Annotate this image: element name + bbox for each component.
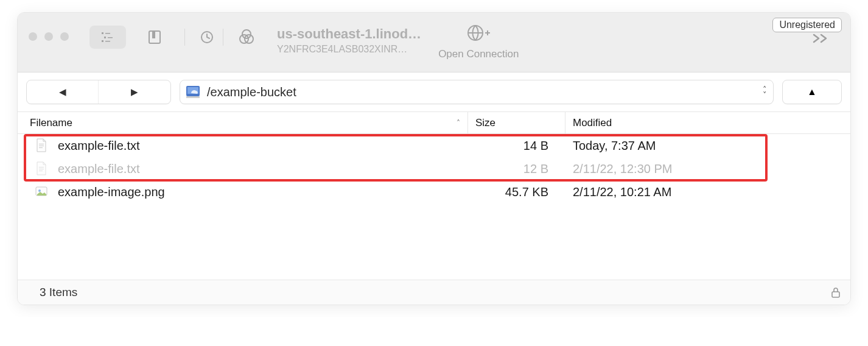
svg-rect-5 bbox=[105, 41, 110, 42]
file-modified: Today, 7:37 AM bbox=[565, 139, 850, 153]
svg-rect-20 bbox=[39, 169, 44, 169]
file-size: 45.7 KB bbox=[468, 185, 565, 199]
lock-icon[interactable] bbox=[831, 287, 841, 298]
column-header-size[interactable]: Size bbox=[468, 112, 565, 133]
column-header-modified[interactable]: Modified bbox=[565, 112, 850, 133]
svg-point-23 bbox=[38, 189, 41, 192]
path-bar: ◀ ▶ /example-bucket ˄ ˅ ▲ bbox=[18, 72, 850, 112]
chevron-down-icon: ˅ bbox=[763, 92, 767, 97]
file-name: example-file.txt bbox=[58, 139, 140, 153]
toolbar-separator bbox=[223, 29, 223, 46]
path-text: /example-bucket bbox=[207, 85, 763, 99]
svg-rect-21 bbox=[39, 171, 43, 171]
triangle-up-icon: ▲ bbox=[807, 86, 817, 97]
column-header-modified-label: Modified bbox=[573, 117, 612, 129]
history-button[interactable] bbox=[196, 24, 218, 50]
text-file-icon bbox=[35, 138, 48, 154]
svg-rect-17 bbox=[39, 146, 44, 146]
outline-icon bbox=[100, 31, 115, 43]
file-modified: 2/11/22, 12:30 PM bbox=[565, 162, 850, 176]
svg-rect-7 bbox=[152, 31, 155, 38]
bookmark-icon bbox=[148, 30, 161, 44]
svg-rect-3 bbox=[108, 37, 113, 38]
svg-rect-2 bbox=[104, 37, 106, 38]
zoom-window-button[interactable] bbox=[60, 32, 69, 41]
close-window-button[interactable] bbox=[29, 32, 37, 41]
column-header-row: Filename ˄ Size Modified bbox=[18, 112, 850, 134]
nav-buttons: ◀ ▶ bbox=[26, 80, 171, 104]
file-row[interactable]: example-file.txt 14 B Today, 7:37 AM bbox=[18, 134, 850, 157]
image-file-icon bbox=[35, 184, 48, 200]
open-connection-button[interactable]: Open Connection bbox=[438, 23, 519, 60]
window-subtitle: Y2NFRC3E4LASB032XINR… bbox=[277, 44, 421, 55]
svg-rect-24 bbox=[832, 292, 839, 297]
file-list: example-file.txt 14 B Today, 7:37 AM exa… bbox=[18, 134, 850, 280]
toolbar: us-southeast-1.linod… Y2NFRC3E4LASB032XI… bbox=[18, 13, 850, 72]
window-title: us-southeast-1.linod… bbox=[277, 26, 421, 42]
file-modified: 2/11/22, 10:21 AM bbox=[565, 185, 850, 199]
minimize-window-button[interactable] bbox=[44, 32, 53, 41]
svg-rect-16 bbox=[39, 144, 44, 144]
globe-plus-icon bbox=[438, 23, 519, 43]
file-row[interactable]: example-image.png 45.7 KB 2/11/22, 10:21… bbox=[18, 180, 850, 203]
sort-ascending-icon: ˄ bbox=[457, 119, 460, 127]
toolbar-buttons bbox=[89, 24, 270, 51]
go-up-button[interactable]: ▲ bbox=[782, 80, 842, 104]
path-field[interactable]: /example-bucket ˄ ˅ bbox=[180, 80, 774, 104]
svg-rect-19 bbox=[39, 167, 44, 168]
nav-back-button[interactable]: ◀ bbox=[27, 80, 99, 104]
sync-icon bbox=[238, 29, 255, 45]
svg-rect-18 bbox=[39, 147, 43, 148]
browser-view-button[interactable] bbox=[89, 26, 126, 49]
bookmarks-button[interactable] bbox=[137, 24, 172, 50]
file-size: 14 B bbox=[468, 139, 565, 153]
sync-button[interactable] bbox=[234, 24, 259, 51]
svg-rect-1 bbox=[105, 33, 110, 34]
chevrons-right-icon bbox=[811, 32, 830, 44]
svg-rect-4 bbox=[102, 40, 103, 42]
svg-rect-0 bbox=[102, 32, 103, 34]
file-name: example-image.png bbox=[58, 185, 165, 199]
svg-point-11 bbox=[242, 30, 251, 38]
app-window: us-southeast-1.linod… Y2NFRC3E4LASB032XI… bbox=[17, 12, 851, 305]
nav-forward-button[interactable]: ▶ bbox=[99, 80, 170, 104]
file-name: example-file.txt bbox=[58, 162, 140, 176]
open-connection-label: Open Connection bbox=[438, 48, 519, 60]
column-header-filename[interactable]: Filename ˄ bbox=[18, 112, 468, 133]
file-row[interactable]: example-file.txt 12 B 2/11/22, 12:30 PM bbox=[18, 157, 850, 180]
path-dropdown-stepper[interactable]: ˄ ˅ bbox=[763, 86, 767, 97]
file-size: 12 B bbox=[468, 162, 565, 176]
column-header-size-label: Size bbox=[475, 117, 495, 129]
clock-icon bbox=[200, 30, 214, 44]
overflow-button[interactable] bbox=[811, 32, 830, 44]
drive-icon bbox=[185, 84, 201, 100]
item-count: 3 Items bbox=[40, 286, 77, 299]
triangle-right-icon: ▶ bbox=[131, 86, 138, 97]
triangle-left-icon: ◀ bbox=[59, 86, 66, 97]
unregistered-badge[interactable]: Unregistered bbox=[772, 18, 842, 32]
title-block: us-southeast-1.linod… Y2NFRC3E4LASB032XI… bbox=[277, 26, 421, 55]
svg-rect-15 bbox=[186, 96, 200, 98]
window-controls bbox=[29, 32, 69, 41]
column-header-filename-label: Filename bbox=[30, 117, 72, 129]
text-file-icon bbox=[35, 161, 48, 177]
status-bar: 3 Items bbox=[18, 280, 850, 305]
toolbar-separator bbox=[184, 29, 185, 46]
